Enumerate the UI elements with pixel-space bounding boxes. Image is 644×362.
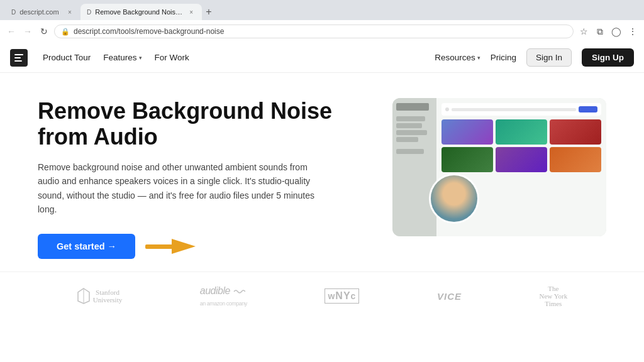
mockup-card-4-img — [441, 147, 493, 172]
tab-1-favicon: D — [11, 9, 16, 16]
mockup-header — [441, 103, 601, 116]
arrow-icon — [145, 236, 196, 256]
tab-2-close[interactable]: × — [187, 8, 196, 16]
sidebar-item-mock-4 — [396, 137, 418, 142]
nav-features[interactable]: Features ▾ — [103, 53, 142, 62]
stanford-icon — [77, 287, 91, 305]
mockup-logo — [396, 103, 429, 111]
signin-button[interactable]: Sign In — [526, 48, 572, 67]
cta-button[interactable]: Get started → — [38, 234, 135, 259]
extensions-icon[interactable]: ⧉ — [594, 25, 606, 38]
sidebar-item-mock-1 — [396, 116, 425, 121]
nav-for-work[interactable]: For Work — [155, 53, 189, 62]
logo-line-1 — [14, 54, 23, 55]
resources-chevron-icon: ▾ — [477, 55, 480, 61]
logo-line-3 — [14, 60, 22, 62]
vice-logo: VICE — [437, 291, 462, 302]
app-mockup — [392, 98, 606, 236]
header-bar — [452, 108, 576, 111]
sidebar-item-mock-3 — [396, 130, 427, 135]
bookmark-icon[interactable]: ☆ — [577, 25, 590, 38]
mockup-card-3 — [550, 119, 601, 145]
nav-right: Resources ▾ Pricing Sign In Sign Up — [435, 48, 634, 67]
browser-chrome: D descript.com × D Remove Background Noi… — [0, 0, 644, 43]
logo-lines — [11, 51, 26, 65]
tab-2-title: Remove Background Noise from... — [95, 8, 183, 16]
hero-section: Remove Background Noise from Audio Remov… — [0, 73, 644, 272]
browser-controls: ← → ↻ 🔒 descript.com/tools/remove-backgr… — [0, 20, 644, 43]
mockup-card-1 — [441, 119, 493, 145]
nav-resources[interactable]: Resources ▾ — [435, 53, 480, 62]
lock-icon: 🔒 — [61, 28, 70, 36]
mockup-card-5-img — [496, 147, 547, 172]
hero-title: Remove Background Noise from Audio — [38, 98, 367, 150]
features-chevron-icon: ▾ — [139, 55, 142, 61]
site-logo[interactable] — [10, 49, 28, 67]
sidebar-item-mock-2 — [396, 123, 422, 128]
forward-button[interactable]: → — [21, 25, 34, 38]
audible-logo: audible an amazon company — [200, 285, 247, 307]
mockup-card-5 — [496, 147, 547, 172]
svg-rect-0 — [145, 244, 175, 249]
browser-actions: ☆ ⧉ ◯ ⋮ — [577, 25, 639, 38]
new-tab-button[interactable]: + — [202, 6, 215, 18]
logo-icon — [10, 49, 28, 67]
cta-row: Get started → — [38, 234, 367, 259]
mockup-card-6 — [550, 147, 601, 172]
signup-button[interactable]: Sign Up — [582, 48, 634, 67]
mockup-card-2-img — [496, 119, 547, 145]
stanford-logo: StanfordUniversity — [77, 287, 122, 305]
tab-2-favicon: D — [87, 9, 91, 16]
hero-image-section — [392, 98, 606, 236]
mockup-card-6-img — [550, 147, 601, 172]
nav-pricing[interactable]: Pricing — [491, 53, 516, 62]
mockup-card-1-img — [441, 119, 493, 145]
svg-marker-1 — [172, 239, 196, 254]
logo-line-2 — [14, 57, 21, 58]
sidebar-item-mock-5 — [396, 149, 424, 154]
reload-button[interactable]: ↻ — [38, 25, 50, 38]
mockup-grid — [441, 119, 601, 172]
wnyc-logo: wNYc — [325, 288, 359, 304]
nav-left: Product Tour Features ▾ For Work — [43, 53, 189, 62]
tab-1-close[interactable]: × — [65, 8, 74, 16]
logos-row: StanfordUniversity audible an amazon com… — [0, 272, 644, 320]
site-nav: Product Tour Features ▾ For Work Resourc… — [0, 43, 644, 73]
hero-description: Remove background noise and other unwant… — [38, 160, 327, 217]
header-dot-1 — [445, 107, 449, 111]
audible-wave-icon — [233, 288, 245, 295]
avatar — [429, 173, 479, 224]
profile-icon[interactable]: ◯ — [610, 25, 623, 38]
nyt-logo: TheNew YorkTimes — [540, 285, 568, 307]
mockup-card-4 — [441, 147, 493, 172]
mockup-card-3-img — [550, 119, 601, 145]
tab-1-title: descript.com — [19, 8, 58, 16]
tab-2[interactable]: D Remove Background Noise from... × — [80, 4, 202, 20]
back-button[interactable]: ← — [5, 25, 18, 38]
tab-1[interactable]: D descript.com × — [5, 4, 80, 20]
avatar-face — [431, 175, 477, 222]
mockup-card-2 — [496, 119, 547, 145]
tab-bar: D descript.com × D Remove Background Noi… — [0, 0, 644, 20]
mockup-sidebar — [392, 98, 436, 236]
app-mockup-container — [392, 98, 606, 236]
url-text: descript.com/tools/remove-background-noi… — [74, 27, 224, 36]
nav-product-tour[interactable]: Product Tour — [43, 53, 91, 62]
more-options-icon[interactable]: ⋮ — [626, 25, 639, 38]
address-bar[interactable]: 🔒 descript.com/tools/remove-background-n… — [54, 25, 574, 38]
header-btn — [579, 106, 597, 112]
hero-left: Remove Background Noise from Audio Remov… — [38, 98, 367, 259]
cta-arrow — [145, 236, 196, 256]
